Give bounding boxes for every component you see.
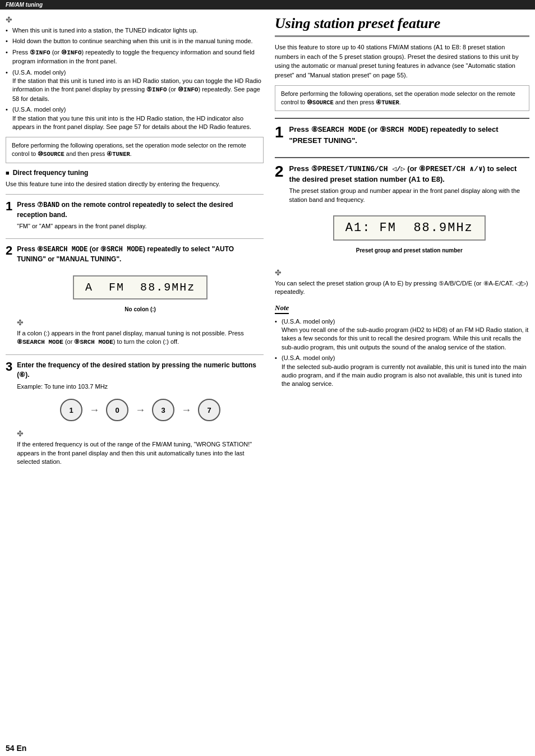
tip-icon-1: ✤ (6, 15, 264, 24)
step-1: 1 Press ⑦BAND on the remote control repe… (6, 200, 264, 231)
right-step-1-title: Press ⑧SEARCH MODE (or ⑨SRCH MODE) repea… (289, 125, 529, 145)
note-bullet-list: (U.S.A. model only)When you recall one o… (275, 317, 529, 389)
right-step-1: 1 Press ⑧SEARCH MODE (or ⑨SRCH MODE) rep… (275, 125, 529, 147)
arrow-2: → (135, 404, 145, 416)
top-bar: FM/AM tuning (0, 0, 535, 10)
right-tip-text: You can select the preset station group … (275, 279, 529, 297)
step-3-number: 3 (6, 361, 12, 373)
info-box-right: Before performing the following operatio… (275, 85, 529, 111)
right-tip-icon: ✤ (275, 268, 529, 277)
section-heading-direct: Direct frequency tuning (6, 169, 264, 177)
num-btn-7-label: 7 (207, 406, 211, 414)
note-bullet-1: (U.S.A. model only)When you recall one o… (275, 317, 529, 352)
step-3-tip: If the entered frequency is out of the r… (17, 440, 264, 466)
right-title: Using station preset feature (275, 15, 529, 37)
right-desc: Use this feature to store up to 40 stati… (275, 43, 529, 80)
right-step-2-title: Press ⑤PRESET/TUNING/CH ◁/▷ (or ⑧PRESET/… (289, 164, 529, 185)
display-wrapper-2: A FM 88.9MHz No colon (:) (17, 270, 264, 312)
right-column: Using station preset feature Use this fe… (275, 15, 529, 732)
step-1-title: Press ⑦BAND on the remote control repeat… (17, 200, 264, 220)
num-btn-0-label: 0 (116, 406, 119, 414)
step-2-number: 2 (6, 245, 12, 257)
bullet-item: (U.S.A. model only)If the station that y… (6, 105, 264, 131)
section-heading-text: Direct frequency tuning (13, 169, 89, 177)
tip-icon-2: ✤ (17, 318, 264, 327)
section-desc: Use this feature tune into the desired s… (6, 180, 264, 188)
num-btn-7: 7 (198, 399, 220, 421)
tip-icon-3: ✤ (17, 429, 264, 438)
step-2-title: Press ⑧SEARCH MODE (or ⑨SRCH MODE) repea… (17, 245, 264, 264)
display-label-right: Preset group and preset station number (289, 247, 529, 253)
step-divider (6, 194, 264, 195)
top-bar-label: FM/AM tuning (6, 2, 43, 8)
right-step-2-desc: The preset station group and number appe… (289, 187, 529, 204)
step-3-content: Enter the frequency of the desired stati… (17, 361, 264, 466)
bullet-list: When this unit is tuned into a station, … (6, 26, 264, 131)
step-divider-2 (6, 238, 264, 239)
step-2-tip: If a colon (:) appears in the front pane… (17, 329, 264, 347)
right-step-2: 2 Press ⑤PRESET/TUNING/CH ◁/▷ (or ⑧PRESE… (275, 164, 529, 259)
num-btn-1-label: 1 (70, 406, 73, 414)
content-area: ✤ When this unit is tuned into a station… (0, 10, 535, 738)
right-step-divider-2 (275, 157, 529, 158)
info-box-left: Before performing the following operatio… (6, 137, 264, 163)
num-buttons-row: 1 → 0 → 3 → 7 (17, 399, 264, 421)
page: FM/AM tuning ✤ When this unit is tuned i… (0, 0, 535, 756)
display-wrapper-right: A1: FM 88.9MHz Preset group and preset s… (289, 210, 529, 253)
num-btn-3-label: 3 (162, 406, 165, 414)
right-step-1-content: Press ⑧SEARCH MODE (or ⑨SRCH MODE) repea… (289, 125, 529, 147)
step-divider-3 (6, 354, 264, 355)
arrow-1: → (89, 404, 99, 416)
bullet-item: Hold down the button to continue searchi… (6, 37, 264, 45)
bullet-item: Press ⑤INFO (or ⑩INFO) repeatedly to tog… (6, 48, 264, 66)
step-1-number: 1 (6, 200, 12, 213)
display-box-right: A1: FM 88.9MHz (333, 215, 486, 241)
step-1-content: Press ⑦BAND on the remote control repeat… (17, 200, 264, 231)
num-btn-1: 1 (60, 399, 82, 421)
right-step-1-number: 1 (275, 125, 284, 140)
note-bullet-2: (U.S.A. model only)If the selected sub-a… (275, 354, 529, 389)
page-footer: 54 En (0, 738, 535, 756)
step-2: 2 Press ⑧SEARCH MODE (or ⑨SRCH MODE) rep… (6, 245, 264, 347)
step-3-desc: Example: To tune into 103.7 MHz (17, 382, 264, 391)
bullet-item: (U.S.A. model only)If the station that t… (6, 68, 264, 104)
num-btn-0: 0 (106, 399, 128, 421)
num-btn-3: 3 (152, 399, 174, 421)
page-number: 54 (6, 744, 15, 753)
right-step-2-number: 2 (275, 164, 284, 179)
step-3-title: Enter the frequency of the desired stati… (17, 361, 264, 380)
display-label-2: No colon (:) (17, 306, 264, 312)
step-1-desc: "FM" or "AM" appears in the front panel … (17, 222, 264, 231)
note-heading: Note (275, 303, 289, 314)
arrow-3: → (181, 404, 191, 416)
step-3: 3 Enter the frequency of the desired sta… (6, 361, 264, 466)
right-step-2-content: Press ⑤PRESET/TUNING/CH ◁/▷ (or ⑧PRESET/… (289, 164, 529, 259)
locale: En (16, 744, 26, 753)
step-2-content: Press ⑧SEARCH MODE (or ⑨SRCH MODE) repea… (17, 245, 264, 347)
display-box-2: A FM 88.9MHz (73, 275, 207, 299)
right-step-divider-1 (275, 118, 529, 119)
bullet-item: When this unit is tuned into a station, … (6, 26, 264, 35)
left-column: ✤ When this unit is tuned into a station… (6, 15, 264, 732)
